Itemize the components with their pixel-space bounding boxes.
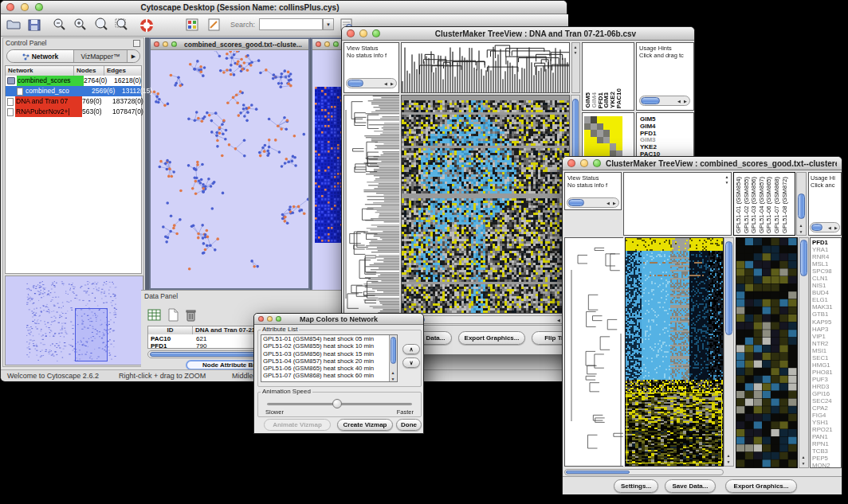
scroll-right-icon[interactable]: ▶ <box>389 81 395 86</box>
annotation-icon[interactable] <box>206 17 224 34</box>
scroll-left-icon[interactable]: ◀ <box>676 99 682 104</box>
scroll-right-icon[interactable]: ▶ <box>611 201 618 205</box>
zoom-button[interactable] <box>171 41 177 47</box>
column-dendrogram[interactable] <box>402 43 569 92</box>
scroll-down-icon[interactable]: ▼ <box>724 180 730 185</box>
gene-label[interactable]: SEC1 <box>812 354 841 361</box>
zoom-heatmap-panel[interactable] <box>736 237 798 468</box>
search-input[interactable] <box>259 18 323 30</box>
create-vizmap-button[interactable]: Create Vizmap <box>337 419 393 431</box>
header-edges[interactable]: Edges <box>104 66 141 76</box>
gene-label[interactable]: MSI1 <box>812 347 841 354</box>
minimize-button[interactable] <box>359 29 367 37</box>
id-column-header[interactable]: ID <box>148 326 193 334</box>
close-button[interactable] <box>154 41 159 47</box>
gene-label[interactable]: BUD4 <box>812 289 841 296</box>
scroll-left-icon[interactable]: ◀ <box>826 225 833 230</box>
usage-hints-scrollbar[interactable]: ◀ ▶ <box>639 96 690 106</box>
column-dendrogram-panel[interactable]: ▲ ▼ <box>623 172 732 236</box>
gene-label[interactable]: VIP1 <box>812 333 841 340</box>
network-name[interactable]: DNA and Tran 07 <box>15 96 82 107</box>
gene-label[interactable]: GTB1 <box>812 311 841 318</box>
view-status-scrollbar[interactable]: ◀ ▶ <box>567 197 619 208</box>
gene-label[interactable]: SEC24 <box>812 397 841 404</box>
expression-heatmap[interactable] <box>402 96 569 313</box>
vizmapper-icon[interactable] <box>184 17 202 34</box>
gene-label[interactable]: RPO21 <box>812 426 841 433</box>
gene-label[interactable]: NIS1 <box>812 282 841 289</box>
heatmap-vscrollbar[interactable]: ▲ ▼ <box>724 237 734 467</box>
scroll-right-icon[interactable]: ▶ <box>682 99 689 104</box>
view-status-scrollbar[interactable]: ◀ ▶ <box>346 78 397 88</box>
expression-heatmap[interactable] <box>626 238 723 466</box>
gene-label[interactable]: CLN1 <box>812 275 841 282</box>
export-graphics-button[interactable]: Export Graphics... <box>725 479 797 493</box>
gene-label[interactable]: PAN1 <box>812 433 841 440</box>
gene-list-scrollbar[interactable]: ▲ ▼ <box>799 237 809 468</box>
network-tree-row[interactable]: combined_sco2569(6)13112(15) <box>6 86 141 96</box>
attribute-table-icon[interactable] <box>147 308 165 326</box>
attribute-listbox[interactable]: GPL51-01 (GSM854) heat shock 05 minGPL51… <box>261 334 398 382</box>
row-dendrogram[interactable] <box>344 96 399 313</box>
array-label[interactable]: GPL51-03 (GSM856) <box>751 177 757 233</box>
array-label[interactable]: GPL51-07 (GSM868) <box>774 177 780 233</box>
main-titlebar[interactable]: Cytoscape Desktop (Session Name: collins… <box>1 1 567 14</box>
scroll-down-icon[interactable]: ▼ <box>800 461 807 466</box>
gene-label[interactable]: ELG1 <box>812 296 841 303</box>
zoom-button[interactable] <box>333 41 339 47</box>
gene-label[interactable]: YRA1 <box>812 246 841 253</box>
array-labels-scrollbar[interactable]: ▲ ▼ <box>796 172 807 236</box>
array-label[interactable]: GPL51-02 (GSM855) <box>744 177 750 233</box>
table-row-value[interactable]: 790 <box>196 342 206 350</box>
scroll-down-icon[interactable]: ▼ <box>725 459 732 464</box>
attribute-item[interactable]: GPL51-01 (GSM854) heat shock 05 min <box>261 335 397 342</box>
minimize-button[interactable] <box>163 41 168 47</box>
gene-label[interactable]: RNR4 <box>812 253 841 260</box>
gene-label[interactable]: SPC98 <box>812 268 841 275</box>
gene-label[interactable]: PUF3 <box>812 376 841 383</box>
heatmap-panel[interactable] <box>401 95 570 314</box>
header-nodes[interactable]: Nodes <box>74 66 104 76</box>
zoom-out-icon[interactable] <box>52 17 69 34</box>
gene-label[interactable]: GPI16 <box>812 390 841 397</box>
scroll-right-icon[interactable]: ▶ <box>833 225 839 230</box>
search-dropdown-button[interactable]: ▼ <box>323 18 334 30</box>
delete-attribute-icon[interactable] <box>184 308 202 326</box>
minimize-button[interactable] <box>580 159 588 167</box>
scroll-left-icon[interactable]: ◀ <box>556 318 562 322</box>
row-dendrogram-panel[interactable] <box>344 95 399 314</box>
gene-label[interactable]: PFD1 <box>812 239 841 246</box>
scroll-left-icon[interactable]: ◀ <box>605 201 611 205</box>
network-tree-row[interactable]: DNA and Tran 07769(0)183728(0) <box>6 96 141 107</box>
move-up-button[interactable]: ∧ <box>402 344 420 354</box>
gene-label[interactable]: NTR2 <box>812 340 841 347</box>
gene-label[interactable]: MSL1 <box>812 260 841 268</box>
move-down-button[interactable]: ∨ <box>402 357 420 368</box>
float-panel-icon[interactable] <box>133 40 140 47</box>
attribute-item[interactable]: GPL51-06 (GSM865) heat shock 40 min <box>261 365 397 372</box>
gene-label[interactable]: MON2 <box>812 462 841 468</box>
similarity-matrix[interactable] <box>584 116 622 158</box>
header-network[interactable]: Network <box>6 66 74 76</box>
network-tree-row[interactable]: combined_scores2764(0)16218(0) <box>6 76 141 86</box>
scroll-down-icon[interactable]: ▼ <box>390 377 396 381</box>
animate-vizmap-button[interactable]: Animate Vizmap <box>264 419 331 431</box>
gene-label[interactable]: FIG4 <box>812 412 841 419</box>
scroll-up-icon[interactable]: ▲ <box>572 45 579 49</box>
treeview1-titlebar[interactable]: ClusterMaker TreeView : DNA and Tran 07-… <box>342 27 694 41</box>
scroll-left-icon[interactable]: ◀ <box>383 81 389 86</box>
gene-label[interactable]: PHO81 <box>812 369 841 376</box>
gene-label[interactable]: PEP5 <box>812 455 841 462</box>
scroll-up-icon[interactable]: ▲ <box>800 455 807 459</box>
attribute-item[interactable]: GPL51-03 (GSM856) heat shock 15 min <box>261 350 397 357</box>
zoom-button[interactable] <box>372 29 380 37</box>
gene-label[interactable]: TCB3 <box>812 447 841 455</box>
scroll-up-icon[interactable]: ▲ <box>390 370 396 375</box>
gene-label[interactable]: HRD3 <box>812 383 841 390</box>
dialog-titlebar[interactable]: Map Colors to Network <box>254 314 423 325</box>
network-overview-panel[interactable] <box>5 275 143 365</box>
new-attribute-icon[interactable] <box>167 308 184 326</box>
heatmap-panel[interactable] <box>625 237 724 467</box>
array-label[interactable]: GPL51-01 (GSM854) <box>736 177 742 233</box>
scroll-up-icon[interactable]: ▲ <box>725 453 732 458</box>
